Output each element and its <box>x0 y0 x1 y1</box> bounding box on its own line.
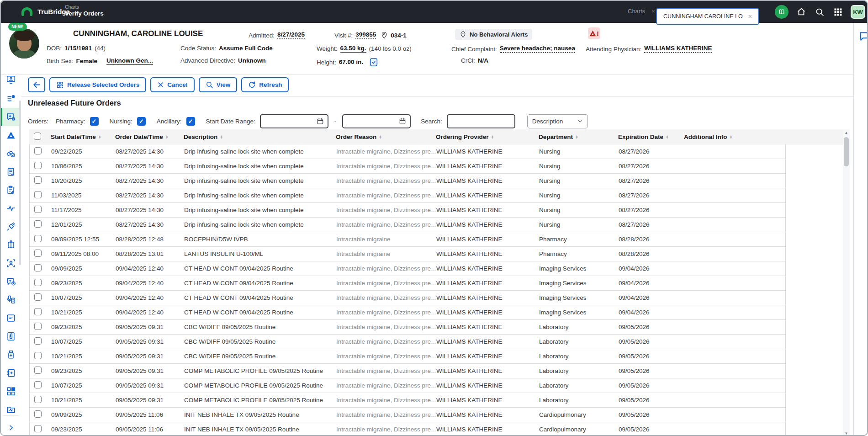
row-checkbox[interactable] <box>34 381 42 388</box>
release-selected-orders-button[interactable]: Release Selected Orders <box>49 77 146 92</box>
scroll-up-icon[interactable]: ▲ <box>843 129 850 136</box>
scroll-down-icon[interactable]: ▼ <box>843 430 850 436</box>
patient-photo[interactable] <box>9 28 39 58</box>
search-icon[interactable] <box>814 6 825 17</box>
sidebar-item-patient-scan[interactable] <box>1 254 21 272</box>
row-checkbox[interactable] <box>34 367 42 374</box>
table-row[interactable]: 09/23/2025 09/05/2025 09:31 CBC W/DIFF 0… <box>29 320 786 335</box>
table-row[interactable]: 10/07/2025 09/05/2025 09:31 CBC W/DIFF 0… <box>29 335 786 349</box>
search-input[interactable] <box>447 114 515 128</box>
column-header[interactable]: Ordering Provider <box>436 133 539 140</box>
row-checkbox[interactable] <box>34 264 42 271</box>
sidebar-item-care-plan[interactable] <box>1 181 21 199</box>
row-checkbox[interactable] <box>34 250 42 257</box>
table-row[interactable]: 09/09/2025 09/04/2025 12:40 CT HEAD W CO… <box>29 261 786 276</box>
table-row[interactable]: 10/07/2025 09/04/2025 12:40 CT HEAD W CO… <box>29 291 786 305</box>
row-checkbox[interactable] <box>34 308 42 315</box>
sort-icon[interactable] <box>491 135 494 138</box>
row-checkbox[interactable] <box>34 235 42 242</box>
expand-sidebar-button[interactable] <box>1 419 21 436</box>
row-checkbox[interactable] <box>34 162 42 169</box>
sidebar-item-medications[interactable] <box>1 144 21 163</box>
chief-complaint-value[interactable]: Severe headache; nausea <box>500 45 575 53</box>
column-header[interactable]: Description <box>184 133 336 140</box>
view-button[interactable]: View <box>199 77 238 92</box>
sidebar-item-injections[interactable] <box>1 218 21 236</box>
resources-book-icon[interactable] <box>775 5 789 19</box>
close-icon[interactable]: × <box>748 13 752 20</box>
sidebar-item-flowsheet[interactable] <box>1 309 21 327</box>
sidebar-item-attachments[interactable] <box>1 327 21 346</box>
weight-value[interactable]: 63.50 kg. <box>340 45 366 53</box>
column-header[interactable]: Order Reason <box>336 133 436 140</box>
start-date-from-input[interactable] <box>260 114 328 128</box>
sidebar-item-allergies[interactable] <box>1 126 21 144</box>
table-row[interactable]: 09/23/2025 09/05/2025 11:06 INIT NEB INH… <box>29 422 786 436</box>
table-row[interactable]: 09/23/2025 09/04/2025 12:40 CT HEAD W CO… <box>29 276 786 291</box>
refresh-button[interactable]: Refresh <box>241 77 289 92</box>
table-row[interactable]: 09/09/2025 12:55 08/28/2025 12:48 ROCEPH… <box>29 232 786 247</box>
row-checkbox[interactable] <box>34 293 42 301</box>
ancillary-checkbox[interactable] <box>186 117 195 126</box>
row-checkbox[interactable] <box>34 337 42 345</box>
sort-icon[interactable] <box>165 135 169 138</box>
growth-chart-icon[interactable] <box>369 57 379 67</box>
home-icon[interactable] <box>796 6 807 17</box>
sidebar-item-pharmacy[interactable] <box>1 346 21 364</box>
table-row[interactable]: 10/21/2025 09/05/2025 09:31 COMP METABOL… <box>29 393 786 408</box>
sidebar-scrollbar[interactable] <box>19 101 21 265</box>
sidebar-item-modules[interactable] <box>1 382 21 400</box>
gender-identity-value[interactable]: Unknown Gen... <box>106 57 153 65</box>
row-checkbox[interactable] <box>34 147 42 154</box>
row-checkbox[interactable] <box>34 396 42 403</box>
table-row[interactable]: 10/20/2025 08/27/2025 14:30 Drip infusin… <box>29 174 786 188</box>
sidebar-item-worklist[interactable] <box>1 90 21 108</box>
cancel-button[interactable]: Cancel <box>150 77 194 92</box>
table-row[interactable]: 09/09/2025 09/05/2025 11:06 INIT NEB INH… <box>29 408 786 422</box>
table-row[interactable]: 09/23/2025 09/05/2025 09:31 COMP METABOL… <box>29 364 786 378</box>
sidebar-item-patient-monitor[interactable] <box>1 75 21 89</box>
sort-icon[interactable] <box>666 135 669 138</box>
row-checkbox[interactable] <box>34 220 42 228</box>
close-icon[interactable]: × <box>651 8 655 15</box>
visit-number[interactable]: 399855 <box>355 31 376 39</box>
table-row[interactable]: 09/11/2025 08:00 08/28/2025 13:01 LANTUS… <box>29 247 786 261</box>
sort-icon[interactable] <box>220 135 223 138</box>
sort-icon[interactable] <box>575 135 578 138</box>
sidebar-item-pending-orders[interactable] <box>1 272 21 291</box>
sort-icon[interactable] <box>379 135 382 138</box>
row-checkbox[interactable] <box>34 176 42 184</box>
apps-grid-icon[interactable] <box>832 6 843 17</box>
table-row[interactable]: 12/01/2025 08/27/2025 14:30 Drip infusin… <box>29 218 786 232</box>
scrollbar-thumb[interactable] <box>844 137 849 166</box>
column-header[interactable]: Expiration Date <box>618 133 684 140</box>
sidebar-item-notebook[interactable] <box>1 364 21 382</box>
table-row[interactable]: 10/06/2025 08/27/2025 14:30 Drip infusin… <box>29 159 786 174</box>
sidebar-item-dictation[interactable] <box>1 291 21 309</box>
table-row[interactable]: 10/21/2025 09/05/2025 09:31 CBC W/DIFF 0… <box>29 349 786 364</box>
row-checkbox[interactable] <box>34 425 42 432</box>
table-row[interactable]: 09/22/2025 08/27/2025 14:30 Drip infusin… <box>29 144 786 159</box>
chat-bubble-icon[interactable] <box>858 30 868 42</box>
table-row[interactable]: 10/07/2025 09/05/2025 09:31 COMP METABOL… <box>29 378 786 393</box>
sort-icon[interactable] <box>729 135 732 138</box>
admitted-value[interactable]: 8/27/2025 <box>277 31 305 39</box>
nursing-checkbox[interactable] <box>137 117 146 126</box>
table-row[interactable]: 11/17/2025 08/27/2025 14:30 Drip infusin… <box>29 203 786 218</box>
row-checkbox[interactable] <box>34 352 42 359</box>
back-button[interactable] <box>28 77 45 92</box>
tab-patient[interactable]: CUNNINGHAM CAROLINE LO × <box>656 8 759 25</box>
sidebar-item-verify-orders[interactable]: ? <box>1 108 21 126</box>
table-row[interactable]: 11/03/2025 08/27/2025 14:30 Drip infusin… <box>29 188 786 203</box>
row-checkbox[interactable] <box>34 206 42 213</box>
attending-value[interactable]: WILLIAMS KATHERINE <box>644 45 712 53</box>
height-value[interactable]: 67.00 in. <box>339 58 363 66</box>
column-header[interactable]: Additional Info <box>684 133 786 140</box>
row-checkbox[interactable] <box>34 410 42 418</box>
table-scrollbar[interactable]: ▲ ▼ <box>843 129 850 436</box>
row-checkbox[interactable] <box>34 323 42 330</box>
user-avatar[interactable]: KW <box>851 5 865 19</box>
search-by-select[interactable]: Description <box>527 114 588 128</box>
sidebar-item-documents[interactable] <box>1 163 21 181</box>
column-header[interactable]: Order Date/Time <box>115 133 184 140</box>
